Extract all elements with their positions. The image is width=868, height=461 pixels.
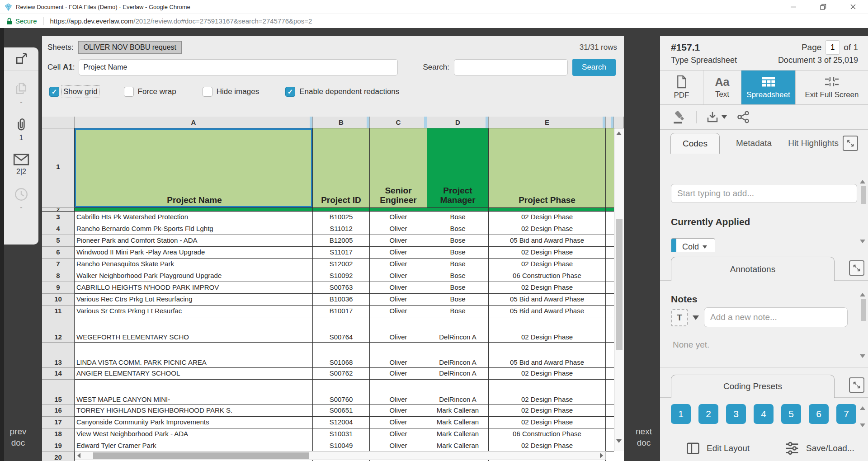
coding-preset-button[interactable]: 1	[671, 404, 691, 424]
cell-project-id[interactable]: B10036	[313, 294, 370, 306]
prev-doc-button[interactable]: prev doc	[6, 426, 30, 448]
cell-partial[interactable]	[606, 294, 614, 306]
tab-hit-highlights[interactable]: Hit Highlights	[788, 138, 839, 148]
sheet-search-input[interactable]	[454, 59, 568, 75]
cell-project-phase[interactable]: 02 Design Phase	[489, 282, 606, 294]
cell-project-id[interactable]: S12002	[313, 259, 370, 270]
sheet-search-button[interactable]: Search	[572, 59, 616, 76]
cell-project-phase[interactable]: 02 Design Phase	[489, 259, 606, 270]
cell-project-phase[interactable]: 05 Bid and Award Phase	[489, 343, 606, 368]
checkbox-icon[interactable]: ✓	[49, 87, 59, 97]
cell-project-name[interactable]: CABRILLO HEIGHTS N'HOOD PARK IMPROV	[75, 282, 313, 294]
sidebar-item-mail[interactable]: 2|2	[4, 153, 38, 176]
cell-project-name[interactable]: WEGEFORTH ELEMENTARY SCHO	[75, 317, 313, 343]
cell-senior-engineer[interactable]: Oliver	[370, 259, 427, 270]
column-header-e[interactable]: E	[489, 117, 606, 128]
cell-project-manager[interactable]: Bose	[427, 306, 489, 317]
code-chip-caret[interactable]	[703, 245, 707, 249]
sidebar-item-duplicates[interactable]: -	[4, 81, 38, 106]
cell-project-name[interactable]: Cabrillo Hts Pk Watershed Protection	[75, 212, 313, 223]
cell-senior-engineer[interactable]: Oliver	[370, 368, 427, 380]
sidebar-item-history[interactable]: -	[4, 187, 38, 212]
toolbar-checkbox[interactable]: ✓ Hide images	[203, 87, 259, 97]
tab-annotations[interactable]: Annotations	[671, 257, 835, 281]
text-note-tool-button[interactable]: T	[671, 309, 688, 326]
row-number[interactable]: 14	[42, 368, 75, 380]
column-resize-handle[interactable]	[611, 117, 613, 128]
presets-scroll-down[interactable]	[860, 423, 865, 427]
codes-scroll-thumb[interactable]	[861, 186, 866, 204]
cell-project-phase[interactable]: 02 Design Phase	[489, 380, 606, 405]
save-load-button[interactable]: Save/Load...	[785, 442, 854, 455]
exit-full-screen-button[interactable]: Exit Full Screen	[796, 71, 868, 104]
cell-project-id[interactable]: S00760	[313, 380, 370, 405]
row-number[interactable]: 18	[42, 428, 75, 440]
column-header-d[interactable]: D	[427, 117, 489, 128]
view-pdf-button[interactable]: PDF	[660, 71, 703, 104]
tab-metadata[interactable]: Metadata	[736, 138, 772, 148]
browser-address-bar[interactable]: Secure https://app.dev.everlaw.com/2012/…	[0, 14, 868, 28]
new-note-input[interactable]	[704, 307, 848, 327]
cell-partial[interactable]	[606, 428, 614, 440]
row-number[interactable]: 1	[42, 128, 75, 208]
view-text-button[interactable]: Aa Text	[703, 71, 741, 104]
tab-codes[interactable]: Codes	[670, 133, 720, 154]
cell-project-id[interactable]: S00651	[313, 405, 370, 417]
cell-project-manager[interactable]: Mark Calleran	[427, 440, 489, 452]
cell-c1[interactable]: Senior Engineer	[370, 128, 427, 208]
cell-project-name[interactable]: Rancho Penasquitos Skate Park	[75, 259, 313, 270]
sheet-tab[interactable]: OLIVER NOV BOBU request	[78, 41, 182, 54]
row-number[interactable]: 8	[42, 270, 75, 282]
vertical-scroll-thumb[interactable]	[616, 219, 623, 350]
cell-project-name[interactable]: View West Neighborhood Park - ADA	[75, 428, 313, 440]
row-number[interactable]: 4	[42, 223, 75, 235]
coding-preset-button[interactable]: 6	[809, 404, 829, 424]
coding-preset-button[interactable]: 7	[836, 404, 856, 424]
cell-project-name[interactable]: Windwood II Mini Park -Play Area Upgrade	[75, 247, 313, 259]
cell-b1[interactable]: Project ID	[313, 128, 370, 208]
toolbar-checkbox[interactable]: ✓ Show grid	[49, 87, 98, 97]
cell-senior-engineer[interactable]: Oliver	[370, 428, 427, 440]
row-number[interactable]: 16	[42, 405, 75, 417]
note-tool-caret[interactable]	[693, 315, 699, 320]
cell-project-name[interactable]: TORREY HIGHLANDS NEIGHBORHOOD PARK S.	[75, 405, 313, 417]
cell-senior-engineer[interactable]: Oliver	[370, 440, 427, 452]
row-number[interactable]: 19	[42, 440, 75, 452]
cell-project-id[interactable]: B10017	[313, 306, 370, 317]
cell-project-manager[interactable]: DelRincon A	[427, 343, 489, 368]
cell-senior-engineer[interactable]: Oliver	[370, 270, 427, 282]
cell-partial[interactable]	[606, 259, 614, 270]
cell-senior-engineer[interactable]: Oliver	[370, 343, 427, 368]
cell-content-input[interactable]	[79, 59, 398, 75]
page-number-input[interactable]	[825, 40, 840, 55]
row-number[interactable]: 6	[42, 247, 75, 259]
notes-scroll-down[interactable]	[860, 354, 865, 358]
cell-project-manager[interactable]: Bose	[427, 259, 489, 270]
cell-partial[interactable]	[606, 452, 614, 461]
column-resize-handle[interactable]	[424, 117, 427, 128]
cell-project-name[interactable]: Various Sr Cntrs Prkng Lt Resurfac	[75, 306, 313, 317]
applied-code-chip[interactable]: Cold	[671, 238, 715, 252]
cell-partial[interactable]	[606, 282, 614, 294]
horizontal-scrollbar[interactable]	[75, 451, 606, 460]
cell-partial[interactable]	[606, 405, 614, 417]
cell-project-phase[interactable]: 02 Design Phase	[489, 212, 606, 223]
view-spreadsheet-button[interactable]: Spreadsheet	[741, 71, 796, 104]
horizontal-scroll-thumb[interactable]	[93, 452, 309, 459]
cell-project-manager[interactable]: DelRincon A	[427, 317, 489, 343]
column-header-partial[interactable]	[606, 117, 614, 128]
tab-coding-presets[interactable]: Coding Presets	[671, 375, 835, 398]
checkbox-icon[interactable]: ✓	[285, 87, 295, 97]
cell-partial[interactable]	[606, 247, 614, 259]
cell-project-id[interactable]: S11017	[313, 247, 370, 259]
cell-project-id[interactable]: B10025	[313, 212, 370, 223]
minimize-button[interactable]	[778, 0, 808, 14]
cell-project-id[interactable]: S11012	[313, 223, 370, 235]
cell-project-phase[interactable]: 02 Design Phase	[489, 368, 606, 380]
cell-project-phase[interactable]: 02 Design Phase	[489, 317, 606, 343]
cell-project-id[interactable]: S10031	[313, 428, 370, 440]
coding-preset-button[interactable]: 4	[754, 404, 774, 424]
cell-project-name[interactable]: Various Rec Ctrs Prkg Lot Resurfacing	[75, 294, 313, 306]
row-number[interactable]: 13	[42, 343, 75, 368]
cell-project-phase[interactable]: 06 Construction Phase	[489, 270, 606, 282]
